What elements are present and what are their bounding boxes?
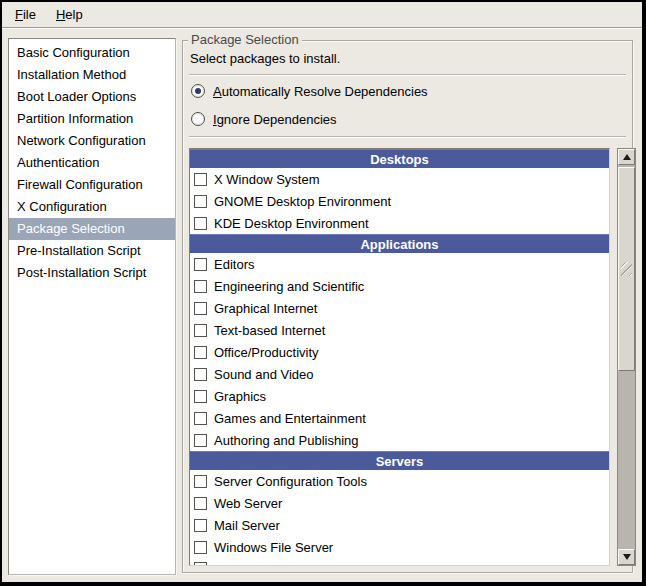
vertical-scrollbar[interactable] (617, 148, 636, 566)
package-selection-groupbox: Package Selection Select packages to ins… (182, 40, 633, 573)
package-checkbox[interactable] (194, 475, 207, 488)
package-checkbox[interactable] (194, 302, 207, 315)
sidebar-item[interactable]: Pre-Installation Script (9, 240, 175, 262)
sidebar-item[interactable]: Basic Configuration (9, 42, 175, 64)
accelerator-letter: H (56, 7, 65, 22)
scroll-down-button[interactable] (618, 549, 635, 565)
arrow-up-icon (623, 154, 631, 160)
package-row[interactable]: Engineering and Scientific (190, 275, 609, 297)
package-row[interactable]: Web Server (190, 492, 609, 514)
separator (189, 136, 626, 138)
package-label: KDE Desktop Environment (214, 216, 369, 231)
menu-help[interactable]: Help (47, 4, 92, 25)
package-label: Server Configuration Tools (214, 474, 367, 489)
package-checkbox[interactable] (194, 173, 207, 186)
package-label: Office/Productivity (214, 345, 319, 360)
scroll-up-button[interactable] (618, 149, 635, 165)
package-checkbox[interactable] (194, 541, 207, 554)
package-label: Graphics (214, 389, 266, 404)
package-checkbox[interactable] (194, 280, 207, 293)
accelerator-letter: F (15, 7, 23, 22)
label-text: ile (23, 7, 36, 22)
label-text: utomatically Resolve Dependencies (222, 84, 428, 99)
radio-label: Ignore Dependencies (213, 112, 337, 127)
package-checkbox[interactable] (194, 562, 207, 566)
package-checkbox[interactable] (194, 497, 207, 510)
package-row[interactable]: X Window System (190, 168, 609, 190)
arrow-down-icon (623, 554, 631, 560)
package-checkbox[interactable] (194, 217, 207, 230)
menu-bar: FileHelp (2, 2, 642, 27)
category-header: Servers (190, 451, 609, 470)
package-checkbox[interactable] (194, 412, 207, 425)
sidebar-item[interactable]: Boot Loader Options (9, 86, 175, 108)
menu-file[interactable]: File (6, 4, 45, 25)
package-label: X Window System (214, 172, 319, 187)
package-checkbox[interactable] (194, 195, 207, 208)
package-label: GNOME Desktop Environment (214, 194, 391, 209)
scrollbar-thumb[interactable] (618, 167, 635, 371)
package-label: Windows File Server (214, 540, 333, 555)
sidebar-item[interactable]: Package Selection (9, 218, 175, 240)
package-checkbox[interactable] (194, 519, 207, 532)
package-row[interactable]: Office/Productivity (190, 341, 609, 363)
package-label: Editors (214, 257, 254, 272)
package-row[interactable]: Graphical Internet (190, 297, 609, 319)
package-checkbox[interactable] (194, 324, 207, 337)
sidebar-list: Basic ConfigurationInstallation MethodBo… (8, 38, 176, 575)
package-row[interactable]: Windows File Server (190, 536, 609, 558)
sidebar-item[interactable]: Firewall Configuration (9, 174, 175, 196)
radio-button-icon[interactable] (191, 84, 205, 98)
menu-bar-separator (2, 27, 642, 29)
sidebar-item[interactable]: Post-Installation Script (9, 262, 175, 284)
kickstart-configurator-window: FileHelp Basic ConfigurationInstallation… (0, 0, 646, 586)
groupbox-description: Select packages to install. (190, 51, 340, 66)
package-row-clipped[interactable] (190, 558, 609, 566)
package-row[interactable]: Mail Server (190, 514, 609, 536)
package-label: Authoring and Publishing (214, 433, 359, 448)
package-label: Graphical Internet (214, 301, 317, 316)
label-text: gnore Dependencies (217, 112, 337, 127)
sidebar-item[interactable]: Network Configuration (9, 130, 175, 152)
package-checkbox[interactable] (194, 434, 207, 447)
package-row[interactable]: Server Configuration Tools (190, 470, 609, 492)
package-checkbox[interactable] (194, 368, 207, 381)
package-list-area: DesktopsX Window SystemGNOME Desktop Env… (189, 148, 627, 566)
accelerator-letter: A (213, 84, 222, 99)
package-label: Mail Server (214, 518, 280, 533)
category-header: Desktops (190, 149, 609, 168)
package-row[interactable]: Text-based Internet (190, 319, 609, 341)
radio-label: Automatically Resolve Dependencies (213, 84, 428, 99)
package-label: Engineering and Scientific (214, 279, 364, 294)
sidebar-item[interactable]: Installation Method (9, 64, 175, 86)
sidebar-item[interactable]: Partition Information (9, 108, 175, 130)
package-row[interactable]: Sound and Video (190, 363, 609, 385)
radio-option[interactable]: Ignore Dependencies (191, 110, 337, 128)
package-row[interactable]: Graphics (190, 385, 609, 407)
radio-button-icon[interactable] (191, 112, 205, 126)
radio-option[interactable]: Automatically Resolve Dependencies (191, 82, 428, 100)
package-row[interactable]: Editors (190, 253, 609, 275)
package-row[interactable]: KDE Desktop Environment (190, 212, 609, 234)
package-checkbox[interactable] (194, 346, 207, 359)
package-label: Text-based Internet (214, 323, 325, 338)
package-label: Sound and Video (214, 367, 314, 382)
package-label: Web Server (214, 496, 282, 511)
label-text: elp (65, 7, 82, 22)
groupbox-title: Package Selection (188, 32, 302, 47)
package-row[interactable]: Authoring and Publishing (190, 429, 609, 451)
sidebar-item[interactable]: Authentication (9, 152, 175, 174)
category-header: Applications (190, 234, 609, 253)
package-checkbox[interactable] (194, 390, 207, 403)
package-row[interactable]: GNOME Desktop Environment (190, 190, 609, 212)
package-tree: DesktopsX Window SystemGNOME Desktop Env… (189, 148, 610, 566)
package-row[interactable]: Games and Entertainment (190, 407, 609, 429)
sidebar-item[interactable]: X Configuration (9, 196, 175, 218)
package-label: Games and Entertainment (214, 411, 366, 426)
separator (189, 74, 626, 76)
package-checkbox[interactable] (194, 258, 207, 271)
